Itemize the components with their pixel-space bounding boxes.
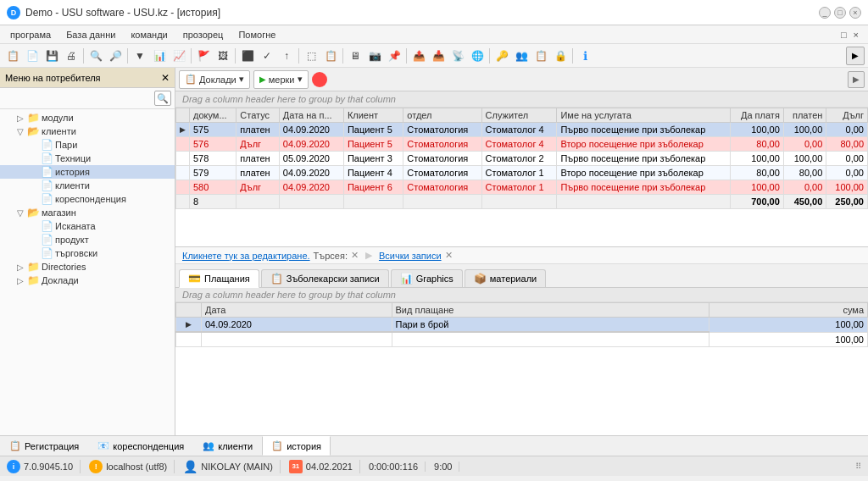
toolbar-btn-16[interactable]: 📋 — [321, 47, 340, 65]
toolbar-btn-6[interactable]: 🔎 — [106, 47, 125, 65]
toolbar-btn-info[interactable]: ℹ — [576, 47, 594, 65]
tab-plachaniq[interactable]: 💳 Плащания — [179, 269, 259, 288]
close-button[interactable]: × — [849, 7, 861, 19]
menu-komandi[interactable]: команди — [124, 28, 174, 41]
toolbar-btn-24[interactable]: 🔑 — [492, 47, 511, 65]
minimize-button[interactable]: _ — [819, 7, 831, 19]
toolbar-btn-10[interactable]: 🚩 — [194, 47, 213, 65]
sidebar-item-dokladi[interactable]: ▷ 📁 Доклади — [0, 274, 175, 287]
tab-zabolekarski[interactable]: 📋 Зъболекарски записи — [261, 269, 389, 287]
sidebar-item-iskanata[interactable]: 📄 Исканата — [0, 219, 175, 233]
col-status[interactable]: Статус — [236, 108, 280, 123]
menu-programa[interactable]: програма — [3, 28, 58, 41]
toolbar-btn-20[interactable]: 📤 — [409, 47, 428, 65]
filter-edit-label[interactable]: Кликнете тук за редактиране. — [182, 251, 310, 261]
dokladi-dropdown[interactable]: 📋 Доклади ▾ — [179, 70, 250, 89]
bottom-col-data[interactable]: Дата — [201, 303, 392, 318]
toolbar-btn-23[interactable]: 🌐 — [468, 47, 487, 65]
col-dalg[interactable]: Дълг — [826, 108, 868, 123]
toolbar-btn-21[interactable]: 📥 — [429, 47, 448, 65]
bottom-tab-historia[interactable]: 📋 история — [262, 436, 331, 456]
filter-search-x[interactable]: ✕ — [351, 250, 359, 261]
sidebar-item-produkt[interactable]: 📄 продукт — [0, 233, 175, 246]
merki-dropdown[interactable]: ▶ мерки ▾ — [253, 70, 309, 89]
col-klient[interactable]: Клиент — [343, 108, 403, 123]
toolbar-btn-22[interactable]: 📡 — [448, 47, 467, 65]
toolbar-btn-19[interactable]: 📌 — [385, 47, 403, 65]
sidebar-close-icon[interactable]: ✕ — [161, 72, 170, 84]
sidebar-item-klienti2[interactable]: 📄 клиенти — [0, 179, 175, 192]
bottom-col-vid[interactable]: Вид плащане — [392, 303, 709, 318]
sidebar-item-directories[interactable]: ▷ 📁 Directories — [0, 260, 175, 274]
toolbar-btn-11[interactable]: 🖼 — [214, 47, 232, 65]
toolbar-btn-27[interactable]: 🔒 — [551, 47, 570, 65]
sidebar-item-korespondenciq[interactable]: 📄 кореспонденция — [0, 192, 175, 206]
toolbar-btn-14[interactable]: ↑ — [277, 47, 296, 65]
toolbar-btn-15[interactable]: ⬚ — [302, 47, 320, 65]
bottom-total-row: 100,00 — [176, 332, 868, 346]
main-table-row[interactable]: 580 Дълг 04.09.2020 Пациент 6 Стоматолог… — [176, 180, 868, 195]
col-daplatq[interactable]: Да платя — [731, 108, 783, 123]
sidebar-item-magazin[interactable]: ▽ 📂 магазин — [0, 206, 175, 219]
tree-toggle-directories: ▷ — [14, 263, 27, 272]
main-table-row[interactable]: 576 Дълг 04.09.2020 Пациент 5 Стоматолог… — [176, 137, 868, 152]
bottom-tab-klienti[interactable]: 👥 клиенти — [193, 436, 262, 456]
tab-graphics[interactable]: 📊 Graphics — [391, 269, 463, 287]
col-usluga[interactable]: Име на услугата — [557, 108, 731, 123]
main-table-row[interactable]: ▶ 575 платен 04.09.2020 Пациент 5 Стомат… — [176, 123, 868, 137]
filter-all-records-x[interactable]: ✕ — [445, 250, 453, 261]
sidebar-item-pari[interactable]: 📄 Пари — [0, 138, 175, 152]
sidebar-item-moduli[interactable]: ▷ 📁 модули — [0, 111, 175, 124]
toolbar-btn-26[interactable]: 📋 — [531, 47, 550, 65]
col-slujitel[interactable]: Служител — [481, 108, 557, 123]
bottom-col-suma[interactable]: сума — [709, 303, 867, 318]
content-toolbar-right-nav[interactable]: ▶ — [848, 71, 865, 88]
cell-status: Дълг — [236, 180, 280, 195]
menu-restore-btn[interactable]: □ — [838, 30, 849, 40]
toolbar-btn-13[interactable]: ✓ — [258, 47, 276, 65]
maximize-button[interactable]: □ — [834, 7, 846, 19]
menu-close-btn[interactable]: × — [851, 30, 861, 40]
toolbar-btn-2[interactable]: 📄 — [23, 47, 42, 65]
col-data[interactable]: Дата на п... — [279, 108, 343, 123]
col-platen[interactable]: платен — [783, 108, 826, 123]
sidebar-item-historia[interactable]: 📄 история — [0, 165, 175, 179]
toolbar-btn-18[interactable]: 📷 — [365, 47, 384, 65]
toolbar-btn-4[interactable]: 🖨 — [62, 47, 81, 65]
main-table-row[interactable]: 578 платен 05.09.2020 Пациент 3 Стоматол… — [176, 152, 868, 166]
tab-materiali[interactable]: 📦 материали — [465, 269, 546, 287]
toolbar-btn-1[interactable]: 📋 — [3, 47, 22, 65]
bottom-tab-korespondenciq[interactable]: 📧 кореспонденция — [88, 436, 193, 456]
toolbar-btn-7[interactable]: ▼ — [131, 47, 149, 65]
status-calendar-icon: 31 — [289, 460, 303, 473]
sidebar-search-button[interactable]: 🔍 — [154, 91, 171, 106]
folder-icon-magazin: 📂 — [27, 207, 40, 218]
toolbar-separator-1 — [83, 48, 84, 64]
col-dokum[interactable]: докум... — [190, 108, 236, 123]
sidebar-tree: ▷ 📁 модули ▽ 📂 клиенти 📄 Пари 📄 Техници — [0, 109, 175, 435]
menu-baza-danni[interactable]: База данни — [59, 28, 122, 41]
bottom-table-scroll[interactable]: Дата Вид плащане сума ▶ 04.09.2020 Пари … — [175, 302, 868, 435]
toolbar-btn-8[interactable]: 📊 — [150, 47, 169, 65]
toolbar-btn-17[interactable]: 🖥 — [346, 47, 364, 65]
tree-label-iskanata: Исканата — [55, 221, 96, 231]
filter-all-records[interactable]: Всички записи — [379, 251, 442, 261]
toolbar-btn-9[interactable]: 📈 — [170, 47, 188, 65]
main-table-row[interactable]: 579 платен 04.09.2020 Пациент 4 Стоматол… — [176, 166, 868, 180]
toolbar-btn-12[interactable]: ⬛ — [238, 47, 257, 65]
folder-icon-directories: 📁 — [27, 261, 40, 273]
menu-pomogne[interactable]: Помогне — [231, 28, 282, 41]
sidebar-item-targovski[interactable]: 📄 търговски — [0, 246, 175, 260]
main-table-container[interactable]: докум... Статус Дата на п... Клиент отде… — [175, 108, 868, 247]
menu-prozorec[interactable]: прозорец — [176, 28, 231, 41]
bottom-tab-registraciq[interactable]: 📋 Регистрация — [0, 436, 88, 456]
toolbar-right-nav[interactable]: ▶ — [846, 47, 865, 65]
toolbar-btn-25[interactable]: 👥 — [512, 47, 531, 65]
toolbar-btn-5[interactable]: 🔍 — [86, 47, 105, 65]
bottom-table-row[interactable]: ▶ 04.09.2020 Пари в брой 100,00 — [176, 318, 868, 333]
sidebar-item-tehnici[interactable]: 📄 Техници — [0, 152, 175, 165]
sidebar-item-klienti[interactable]: ▽ 📂 клиенти — [0, 124, 175, 138]
toolbar-btn-3[interactable]: 💾 — [42, 47, 61, 65]
red-circle-btn[interactable] — [312, 72, 327, 87]
col-otdel[interactable]: отдел — [403, 108, 481, 123]
